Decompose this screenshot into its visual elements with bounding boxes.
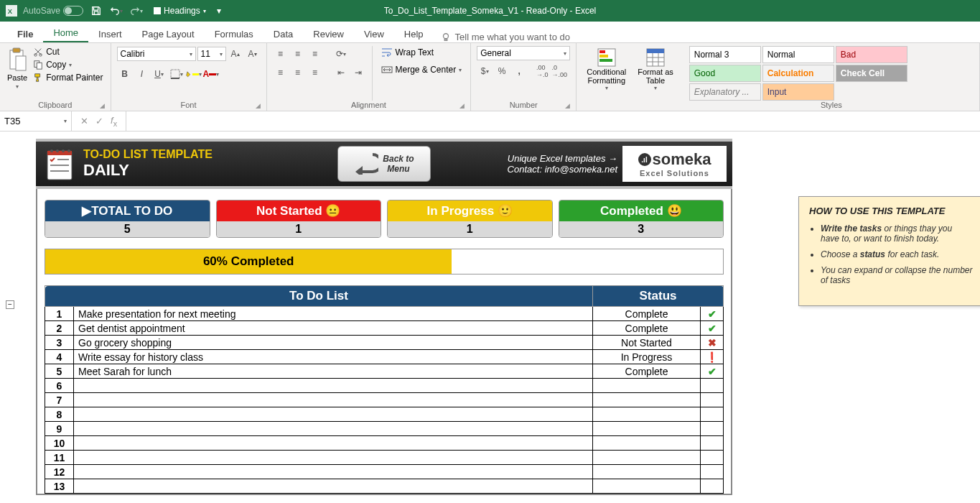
tab-data[interactable]: Data xyxy=(263,24,303,42)
underline-button[interactable]: U ▾ xyxy=(151,66,167,82)
number-format-combo[interactable]: General▾ xyxy=(477,46,570,60)
task-cell[interactable] xyxy=(74,436,593,451)
status-cell[interactable]: Complete xyxy=(593,307,701,321)
status-icon: ❗ xyxy=(701,350,724,364)
status-cell[interactable] xyxy=(593,465,701,479)
style-good[interactable]: Good xyxy=(689,65,761,82)
unique-templates-link[interactable]: Unique Excel templates → xyxy=(508,153,617,164)
status-cell[interactable]: Complete xyxy=(593,321,701,336)
group-styles-buttons: Conditional Formatting▾ Format as Table▾ xyxy=(577,43,683,111)
style-explanatory[interactable]: Explanatory ... xyxy=(689,83,761,101)
outline-collapse-button[interactable]: − xyxy=(6,300,14,309)
font-color-button[interactable]: A▾ xyxy=(203,66,219,82)
task-cell[interactable]: Meet Sarah for lunch xyxy=(74,364,593,379)
status-cell[interactable] xyxy=(593,451,701,465)
enter-icon[interactable]: ✓ xyxy=(95,116,103,126)
task-cell[interactable] xyxy=(74,465,593,479)
align-left[interactable]: ≡ xyxy=(273,65,289,80)
conditional-formatting-button[interactable]: Conditional Formatting▾ xyxy=(582,46,630,109)
tell-me-search[interactable]: Tell me what you want to do xyxy=(441,32,570,42)
name-box[interactable]: T35▾ xyxy=(0,111,72,131)
merge-center-button[interactable]: Merge & Center ▾ xyxy=(378,63,465,76)
task-cell[interactable] xyxy=(74,393,593,407)
align-center[interactable]: ≡ xyxy=(290,65,306,80)
style-bad[interactable]: Bad xyxy=(836,46,907,63)
font-launcher[interactable]: ◢ xyxy=(256,102,261,109)
decrease-decimal[interactable]: .0→.00 xyxy=(551,63,567,79)
number-launcher[interactable]: ◢ xyxy=(565,102,570,109)
back-to-menu-button[interactable]: Back to Menu xyxy=(337,146,431,182)
accounting-format[interactable]: $▾ xyxy=(477,63,493,79)
style-normal3[interactable]: Normal 3 xyxy=(689,46,761,63)
tab-help[interactable]: Help xyxy=(394,24,434,42)
cut-button[interactable]: Cut xyxy=(32,46,104,57)
status-cell[interactable]: Complete xyxy=(593,364,701,379)
task-cell[interactable] xyxy=(74,407,593,422)
save-button[interactable] xyxy=(89,4,103,18)
fill-color-button[interactable]: ▾ xyxy=(186,66,202,82)
increase-font[interactable]: A▴ xyxy=(228,46,243,62)
orientation[interactable]: ⟳▾ xyxy=(333,46,349,62)
format-painter-button[interactable]: Format Painter xyxy=(32,72,104,83)
svg-rect-14 xyxy=(599,50,605,53)
status-cell[interactable] xyxy=(593,479,701,494)
tab-pagelayout[interactable]: Page Layout xyxy=(132,24,205,42)
style-calculation[interactable]: Calculation xyxy=(762,65,834,82)
autosave-toggle[interactable]: AutoSave xyxy=(23,6,83,16)
comma-format[interactable]: , xyxy=(511,63,527,79)
increase-indent[interactable]: ⇥ xyxy=(350,65,366,80)
task-cell[interactable] xyxy=(74,379,593,393)
tab-formulas[interactable]: Formulas xyxy=(205,24,263,42)
align-top[interactable]: ≡ xyxy=(273,46,289,62)
tab-file[interactable]: File xyxy=(7,24,43,42)
status-cell[interactable] xyxy=(593,379,701,393)
wrap-text-button[interactable]: Wrap Text xyxy=(378,46,465,59)
format-as-table-button[interactable]: Format as Table▾ xyxy=(633,46,678,109)
status-cell[interactable] xyxy=(593,393,701,407)
task-cell[interactable] xyxy=(74,451,593,465)
status-cell[interactable]: In Progress xyxy=(593,350,701,364)
tab-view[interactable]: View xyxy=(354,24,394,42)
status-cell[interactable]: Not Started xyxy=(593,336,701,350)
status-icon xyxy=(701,422,724,436)
align-right[interactable]: ≡ xyxy=(307,65,323,80)
status-cell[interactable] xyxy=(593,422,701,436)
decrease-font[interactable]: A▾ xyxy=(245,46,261,62)
font-size-combo[interactable]: 11▾ xyxy=(197,47,226,61)
qat-style-dropdown[interactable]: Headings ▾ xyxy=(154,6,206,16)
percent-format[interactable]: % xyxy=(494,63,510,79)
tab-insert[interactable]: Insert xyxy=(88,24,132,42)
task-cell[interactable]: Go grocery shopping xyxy=(74,336,593,350)
style-input[interactable]: Input xyxy=(762,83,834,101)
decrease-indent[interactable]: ⇤ xyxy=(333,65,349,80)
cancel-icon[interactable]: ✕ xyxy=(80,116,88,126)
tab-home[interactable]: Home xyxy=(43,23,88,42)
clipboard-launcher[interactable]: ◢ xyxy=(100,102,105,109)
italic-button[interactable]: I xyxy=(134,66,150,82)
border-button[interactable]: ▾ xyxy=(169,66,185,82)
copy-button[interactable]: Copy ▾ xyxy=(32,59,104,70)
status-cell[interactable] xyxy=(593,407,701,422)
task-cell[interactable]: Write essay for history class xyxy=(74,350,593,364)
redo-button[interactable]: ▾ xyxy=(129,4,144,18)
align-middle[interactable]: ≡ xyxy=(290,46,306,62)
task-cell[interactable] xyxy=(74,479,593,494)
status-cell[interactable] xyxy=(593,436,701,451)
align-bottom[interactable]: ≡ xyxy=(307,46,323,62)
tab-review[interactable]: Review xyxy=(303,24,354,42)
task-cell[interactable]: Make presentation for next meeting xyxy=(74,307,593,321)
qat-more[interactable]: ▾ xyxy=(212,4,226,18)
style-normal[interactable]: Normal xyxy=(762,46,834,63)
increase-decimal[interactable]: .00→.0 xyxy=(534,63,550,79)
undo-button[interactable]: ▾ xyxy=(109,4,123,18)
style-checkcell[interactable]: Check Cell xyxy=(836,65,907,82)
group-clipboard: Paste ▾ Cut Copy ▾ Format Painter Clipbo… xyxy=(0,43,111,111)
fx-icon[interactable]: fx xyxy=(111,115,117,128)
status-icon: ✔ xyxy=(701,307,724,321)
alignment-launcher[interactable]: ◢ xyxy=(459,102,465,109)
font-name-combo[interactable]: Calibri▾ xyxy=(117,47,196,61)
task-cell[interactable]: Get dentist appointment xyxy=(74,321,593,336)
task-cell[interactable] xyxy=(74,422,593,436)
bold-button[interactable]: B xyxy=(117,66,133,82)
paste-button[interactable]: Paste ▾ xyxy=(6,46,29,101)
